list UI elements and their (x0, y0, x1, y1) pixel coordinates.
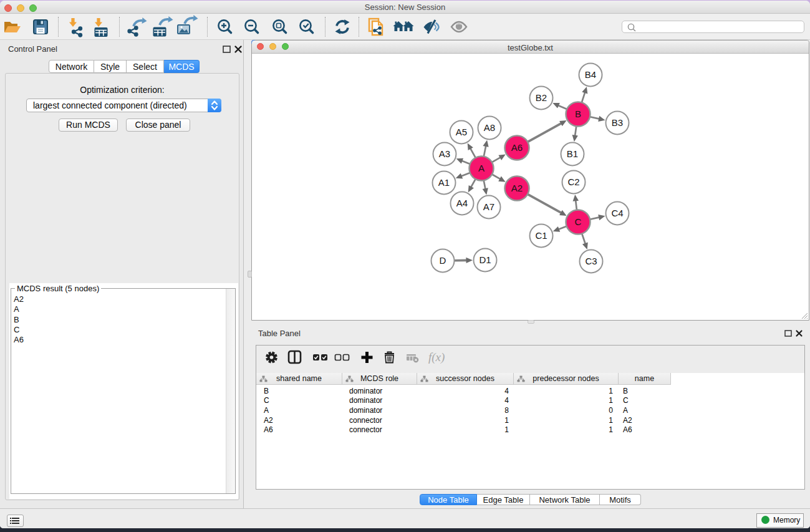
svg-text:f(x): f(x) (428, 351, 445, 364)
svg-text:B3: B3 (612, 117, 623, 128)
svg-text:A5: A5 (456, 127, 467, 137)
svg-text:A6: A6 (511, 142, 523, 153)
svg-text:C1: C1 (535, 230, 547, 241)
svg-text:C4: C4 (611, 208, 623, 218)
svg-text:B4: B4 (585, 69, 596, 80)
svg-text:A8: A8 (484, 122, 495, 133)
svg-text:A2: A2 (511, 183, 523, 193)
svg-text:B: B (575, 109, 581, 119)
svg-text:A: A (478, 163, 485, 173)
svg-text:C3: C3 (585, 256, 597, 266)
svg-text:A1: A1 (438, 177, 450, 188)
svg-text:C: C (575, 216, 582, 227)
svg-text:A4: A4 (456, 198, 468, 208)
svg-text:C2: C2 (567, 177, 579, 187)
svg-text:A3: A3 (439, 148, 450, 159)
svg-text:B2: B2 (536, 92, 547, 103)
svg-text:A7: A7 (483, 201, 494, 212)
svg-text:D1: D1 (479, 254, 491, 265)
svg-text:B1: B1 (567, 148, 578, 159)
svg-text:D: D (440, 255, 446, 266)
